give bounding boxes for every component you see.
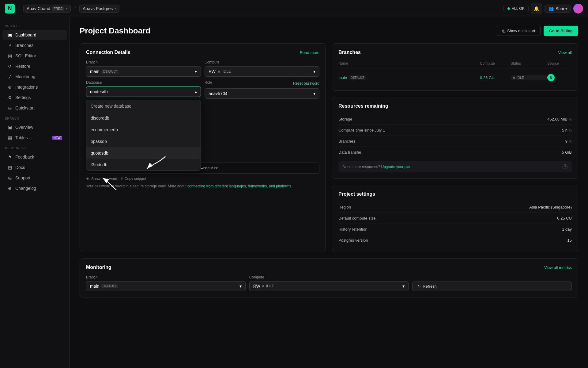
sidebar-item-restore[interactable]: ↺ Restore — [2, 61, 67, 71]
create-new-database-option[interactable]: Create new database — [86, 100, 201, 112]
read-more-link[interactable]: Read more — [300, 50, 319, 55]
compute-time-row: Compute time since July 1 5 h ⎘ — [338, 125, 572, 136]
copy-icon: ⎘ — [121, 177, 123, 181]
opassdb-option[interactable]: opassdb — [86, 136, 201, 147]
page-title: Project Dashboard — [80, 26, 150, 36]
region-value: Asia Pacific (Singapore) — [529, 205, 572, 209]
connection-details-card: Connection Details Read more Branch main… — [80, 43, 326, 252]
quotesdb-option[interactable]: quotesdb — [86, 147, 201, 159]
monitoring-card: Monitoring View all metrics Branch main … — [80, 258, 578, 297]
view-all-metrics-link[interactable]: View all metrics — [544, 265, 572, 270]
app-logo: N — [5, 4, 15, 13]
refresh-button[interactable]: ↻ Refresh — [412, 282, 572, 291]
upgrade-text: Need more resources? Upgrade your plan — [343, 165, 411, 169]
sidebar-item-branches[interactable]: ⑂ Branches — [2, 40, 67, 50]
sidebar-item-label: Restore — [15, 64, 30, 69]
project-menu[interactable]: Anavs Postgres ▾ — [79, 5, 119, 13]
sidebar-item-changelog[interactable]: ⊕ Changelog — [2, 183, 67, 193]
status-dot-icon — [507, 7, 510, 10]
branch-name-cell[interactable]: main DEFAULT — [338, 75, 480, 80]
compute-value: RW — [209, 69, 216, 74]
avatar[interactable] — [573, 4, 583, 13]
main-cards-row: Connection Details Read more Branch main… — [80, 43, 578, 252]
sidebar-item-label: Branches — [15, 43, 33, 48]
storage-row: Storage 452.68 MiB ⎘ — [338, 114, 572, 125]
branch-compute-row: Branch main DEFAULT ▾ Compute — [86, 60, 319, 77]
restore-icon: ↺ — [7, 64, 12, 69]
upgrade-plan-link[interactable]: Upgrade your plan — [381, 165, 411, 169]
sidebar-item-dashboard[interactable]: ▣ Dashboard — [2, 30, 67, 40]
database-field: Database quotesdb ▴ Create new database — [86, 80, 201, 99]
resources-title: Resources remaining — [338, 103, 388, 109]
sidebar-item-sql-editor[interactable]: ▤ SQL Editor — [2, 51, 67, 61]
database-select[interactable]: quotesdb ▴ — [86, 86, 201, 97]
branches-table: Name Compute Status Source main DEFAULT … — [338, 60, 572, 84]
connecting-link[interactable]: connecting from different languages, fra… — [187, 184, 291, 188]
database-chevron-up-icon: ▴ — [195, 89, 197, 94]
branches-card-header: Branches View all — [338, 50, 572, 55]
notifications-button[interactable]: 🔔 — [531, 3, 542, 14]
reset-password-link[interactable]: Reset password — [293, 81, 319, 86]
col-compute: Compute — [480, 61, 511, 66]
show-quickstart-button[interactable]: ◎ Show quickstart — [497, 26, 541, 36]
sidebar-item-support[interactable]: ◎ Support — [2, 173, 67, 183]
monitoring-compute-chevron-icon: ▾ — [402, 284, 405, 289]
ecommercedb-option[interactable]: ecommercedb — [86, 124, 201, 136]
resources-card: Resources remaining Storage 452.68 MiB ⎘… — [332, 97, 578, 179]
bell-icon: 🔔 — [534, 6, 539, 11]
compute-select[interactable]: RW IDLE ▾ — [205, 66, 319, 77]
password-note: Your password is saved in a secure stora… — [86, 184, 319, 188]
user-name: Anav Chand — [27, 6, 50, 11]
branch-value: main — [90, 69, 99, 74]
sidebar-item-settings[interactable]: ⚙ Settings — [2, 93, 67, 102]
compute-chevron-icon: ▾ — [313, 69, 315, 74]
compute-size-label: Default compute size — [338, 216, 375, 220]
compute-field: Compute RW IDLE ▾ — [205, 60, 319, 77]
t3tododb-option[interactable]: t3tododb — [86, 159, 201, 171]
user-plan-badge: FREE — [52, 6, 64, 11]
tables-new-badge: NEW — [52, 136, 62, 140]
user-menu[interactable]: Anav Chand FREE ▾ — [23, 5, 71, 13]
sidebar-item-docs[interactable]: ▤ Docs — [2, 163, 67, 172]
status-label: ALL OK — [512, 6, 525, 11]
sidebar-item-label: Docs — [15, 165, 25, 170]
sidebar-item-integrations[interactable]: ⊕ Integrations — [2, 82, 67, 92]
go-to-billing-button[interactable]: Go to Billing — [544, 26, 578, 36]
region-row: Region Asia Pacific (Singapore) — [338, 202, 572, 213]
share-button[interactable]: 👥 Share — [545, 5, 571, 13]
sidebar-item-monitoring[interactable]: ╱ Monitoring — [2, 72, 67, 82]
monitoring-header: Monitoring View all metrics — [86, 265, 572, 270]
sidebar-item-tables[interactable]: ▦ Tables NEW — [2, 133, 67, 143]
data-transfer-row: Data transfer 5 GiB — [338, 147, 572, 158]
storage-copy-icon[interactable]: ⎘ — [569, 117, 572, 121]
compute-time-label: Compute time since July 1 — [338, 128, 385, 132]
resources-list: Storage 452.68 MiB ⎘ Compute time since … — [338, 114, 572, 158]
branch-select[interactable]: main DEFAULT ▾ — [86, 66, 201, 77]
dashboard-icon: ▣ — [7, 33, 12, 37]
compute-time-copy-icon[interactable]: ⎘ — [569, 128, 572, 132]
refresh-icon: ↻ — [417, 284, 421, 289]
resources-help-icon[interactable]: ? — [563, 164, 567, 169]
feedback-icon: ⚑ — [7, 155, 12, 159]
col-source: Source — [547, 61, 572, 66]
storage-value: 452.68 MiB ⎘ — [547, 117, 572, 121]
show-password-button[interactable]: 👁 Show password — [86, 177, 117, 181]
discorddb-option[interactable]: discorddb — [86, 112, 201, 124]
share-icon: 👥 — [548, 6, 554, 11]
branches-copy-icon[interactable]: ⎘ — [569, 139, 572, 144]
sidebar-item-overview[interactable]: ▣ Overview — [2, 122, 67, 132]
sidebar-item-feedback[interactable]: ⚑ Feedback — [2, 152, 67, 162]
monitoring-branch-select[interactable]: main DEFAULT ▾ — [86, 281, 246, 291]
history-label: History retention — [338, 227, 368, 232]
database-value: quotesdb — [90, 89, 108, 94]
branches-title: Branches — [338, 50, 361, 55]
view-all-branches-link[interactable]: View all — [558, 50, 572, 55]
branch-chevron-icon: ▾ — [195, 69, 197, 74]
main-content: Project Dashboard ◎ Show quickstart Go t… — [70, 17, 588, 368]
monitoring-compute-select[interactable]: RW IDLE ▾ — [249, 281, 409, 291]
sidebar-item-label: Feedback — [15, 155, 34, 159]
role-select[interactable]: anav5704 ▾ — [205, 88, 319, 99]
copy-snippet-button[interactable]: ⎘ Copy snippet — [121, 177, 146, 181]
sidebar-item-quickstart[interactable]: ◎ Quickstart — [2, 103, 67, 113]
sql-editor-icon: ▤ — [7, 53, 12, 58]
